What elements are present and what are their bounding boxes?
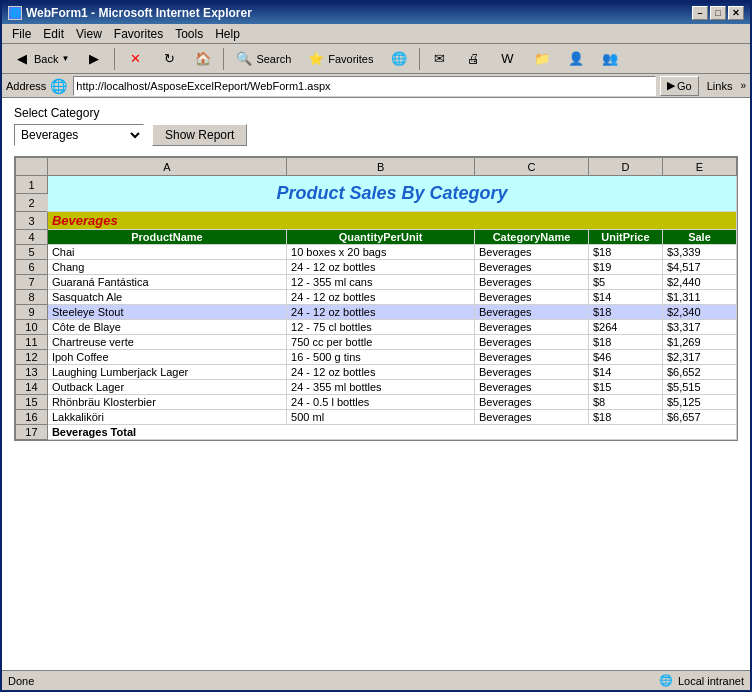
row-num-4: 4 [16, 230, 48, 245]
close-button[interactable]: ✕ [728, 6, 744, 20]
status-right: 🌐 Local intranet [658, 673, 744, 689]
toolbar: ◀ Back ▼ ▶ ✕ ↻ 🏠 🔍 Search ⭐ Favorites 🌐 [2, 44, 750, 74]
menu-edit[interactable]: Edit [37, 25, 70, 43]
user-icon: 👤 [567, 50, 585, 68]
col-header-rownum [16, 158, 48, 176]
cell-cat: Beverages [475, 335, 589, 350]
row-num: 14 [16, 380, 48, 395]
status-text: Done [8, 675, 34, 687]
back-button[interactable]: ◀ Back ▼ [6, 47, 76, 71]
cell-name: Sasquatch Ale [47, 290, 286, 305]
cell-price: $18 [588, 410, 662, 425]
address-label: Address [6, 80, 46, 92]
favorites-label: Favorites [328, 53, 373, 65]
print-button[interactable]: 🖨 [458, 47, 490, 71]
menu-tools[interactable]: Tools [169, 25, 209, 43]
maximize-button[interactable]: □ [710, 6, 726, 20]
cell-qty: 12 - 355 ml cans [287, 275, 475, 290]
col-header-a: A [47, 158, 286, 176]
cell-name: Chai [47, 245, 286, 260]
minimize-button[interactable]: – [692, 6, 708, 20]
cell-price: $19 [588, 260, 662, 275]
user-button[interactable]: 👤 [560, 47, 592, 71]
table-row: 14 Outback Lager 24 - 355 ml bottles Bev… [16, 380, 737, 395]
search-label: Search [256, 53, 291, 65]
col-header-row: A B C D E [16, 158, 737, 176]
row-num: 10 [16, 320, 48, 335]
title-cell: Product Sales By Category [47, 176, 736, 212]
category-select[interactable]: Beverages Condiments Confections Dairy P… [14, 124, 144, 146]
go-label: Go [677, 80, 692, 92]
spreadsheet-wrap: A B C D E 1 Product Sales By Category [14, 156, 738, 441]
cell-sale: $1,269 [662, 335, 736, 350]
table-row: 12 Ipoh Coffee 16 - 500 g tins Beverages… [16, 350, 737, 365]
cell-name: Côte de Blaye [47, 320, 286, 335]
menu-file[interactable]: File [6, 25, 37, 43]
header-unitprice: UnitPrice [588, 230, 662, 245]
row-num: 6 [16, 260, 48, 275]
table-row: 7 Guaraná Fantástica 12 - 355 ml cans Be… [16, 275, 737, 290]
links-label[interactable]: Links [703, 80, 737, 92]
cell-cat: Beverages [475, 305, 589, 320]
cell-name: Chang [47, 260, 286, 275]
controls-row: Beverages Condiments Confections Dairy P… [14, 124, 738, 146]
cell-cat: Beverages [475, 320, 589, 335]
media-button[interactable]: 🌐 [383, 47, 415, 71]
forward-icon: ▶ [85, 50, 103, 68]
mail-button[interactable]: ✉ [424, 47, 456, 71]
back-label: Back [34, 53, 58, 65]
cell-name: Outback Lager [47, 380, 286, 395]
menu-favorites[interactable]: Favorites [108, 25, 169, 43]
row-num: 11 [16, 335, 48, 350]
favorites-button[interactable]: ⭐ Favorites [300, 47, 380, 71]
search-button[interactable]: 🔍 Search [228, 47, 298, 71]
header-categoryname: CategoryName [475, 230, 589, 245]
cell-qty: 24 - 0.5 l bottles [287, 395, 475, 410]
category-name-cell: Beverages [47, 212, 736, 230]
cell-qty: 24 - 12 oz bottles [287, 260, 475, 275]
cell-sale: $6,652 [662, 365, 736, 380]
refresh-button[interactable]: ↻ [153, 47, 185, 71]
folder-button[interactable]: 📁 [526, 47, 558, 71]
row-num-1: 1 [16, 176, 48, 194]
title-bar-left: 🌐 WebForm1 - Microsoft Internet Explorer [8, 6, 252, 20]
address-icon: 🌐 [50, 78, 67, 94]
table-row: 5 Chai 10 boxes x 20 bags Beverages $18 … [16, 245, 737, 260]
row-num: 16 [16, 410, 48, 425]
expand-icon: » [740, 80, 746, 91]
menu-view[interactable]: View [70, 25, 108, 43]
cell-qty: 500 ml [287, 410, 475, 425]
menu-help[interactable]: Help [209, 25, 246, 43]
show-report-button[interactable]: Show Report [152, 124, 247, 146]
cell-name: Laughing Lumberjack Lager [47, 365, 286, 380]
address-input[interactable] [76, 80, 653, 92]
stop-button[interactable]: ✕ [119, 47, 151, 71]
header-productname: ProductName [47, 230, 286, 245]
home-button[interactable]: 🏠 [187, 47, 219, 71]
row-num-3: 3 [16, 212, 48, 230]
home-icon: 🏠 [194, 50, 212, 68]
table-header-row: 4 ProductName QuantityPerUnit CategoryNa… [16, 230, 737, 245]
go-button[interactable]: ▶ Go [660, 76, 699, 96]
cell-cat: Beverages [475, 275, 589, 290]
cell-name: Ipoh Coffee [47, 350, 286, 365]
cell-sale: $2,440 [662, 275, 736, 290]
table-row: 10 Côte de Blaye 12 - 75 cl bottles Beve… [16, 320, 737, 335]
table-row: 6 Chang 24 - 12 oz bottles Beverages $19… [16, 260, 737, 275]
forward-button[interactable]: ▶ [78, 47, 110, 71]
cell-sale: $5,125 [662, 395, 736, 410]
users-button[interactable]: 👥 [594, 47, 626, 71]
cell-name: Rhönbräu Klosterbier [47, 395, 286, 410]
refresh-icon: ↻ [160, 50, 178, 68]
row-num-2: 2 [16, 194, 48, 212]
col-header-e: E [662, 158, 736, 176]
page-content: Select Category Beverages Condiments Con… [2, 98, 750, 670]
table-row: 9 Steeleye Stout 24 - 12 oz bottles Beve… [16, 305, 737, 320]
cell-qty: 16 - 500 g tins [287, 350, 475, 365]
word-button[interactable]: W [492, 47, 524, 71]
cell-sale: $6,657 [662, 410, 736, 425]
cell-cat: Beverages [475, 365, 589, 380]
spreadsheet-table: A B C D E 1 Product Sales By Category [15, 157, 737, 440]
cell-price: $264 [588, 320, 662, 335]
back-icon: ◀ [13, 50, 31, 68]
